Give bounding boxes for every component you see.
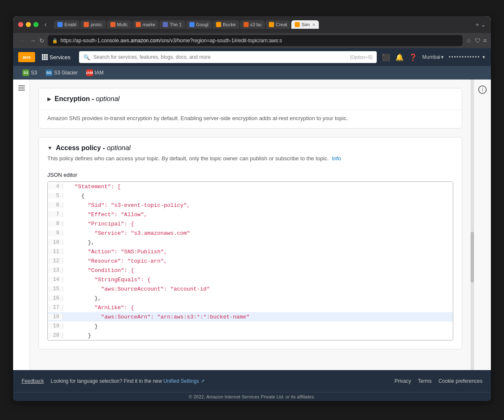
tab-2[interactable]: proto: — [80, 20, 106, 29]
tab-favicon — [163, 22, 168, 27]
unified-settings-link[interactable]: Unified Settings ↗ — [164, 378, 205, 384]
search-shortcut: [Option+S] — [350, 55, 372, 60]
tab-3[interactable]: Multi: — [107, 20, 131, 29]
tab-label: The 1 — [170, 22, 181, 27]
tab-8[interactable]: s3 bu — [240, 20, 265, 29]
address-bar: ← → ↻ 🔒 https://ap-south-1.console.aws.a… — [13, 33, 491, 48]
tab-favicon — [136, 22, 141, 27]
json-line-12: 12 "Resource": "topic-arn", — [48, 256, 453, 266]
terminal-icon[interactable]: ⬛ — [382, 53, 390, 61]
feedback-link[interactable]: Feedback — [22, 378, 44, 384]
scrollbar-thumb[interactable] — [471, 232, 474, 283]
back-button[interactable]: ← — [17, 36, 27, 45]
glacier-favicon: SG — [46, 69, 52, 76]
help-icon[interactable]: ❓ — [409, 53, 417, 61]
forward-button[interactable]: → — [28, 36, 38, 45]
tab-label: Sim — [301, 22, 310, 27]
iam-label: IAM — [95, 70, 104, 76]
json-editor[interactable]: 4 "Statement": [ 5 { 6 "Sid": "s3-event-… — [47, 181, 453, 340]
tab-6[interactable]: Googl — [186, 20, 212, 29]
access-policy-header[interactable]: ▼ Access policy - optional — [39, 137, 462, 155]
json-line-4: 4 "Statement": [ — [48, 182, 453, 191]
grid-icon — [42, 54, 48, 60]
search-input[interactable] — [93, 54, 347, 60]
scrollbar-track[interactable] — [471, 80, 474, 370]
footer: Feedback Looking for language selection?… — [13, 370, 491, 392]
hamburger-icon[interactable] — [18, 85, 25, 91]
tab-close-icon[interactable]: ✕ — [312, 22, 315, 27]
fav-s3-glacier[interactable]: SG S3 Glacier — [41, 66, 82, 80]
maximize-button[interactable] — [33, 22, 38, 27]
aws-logo: aws — [18, 52, 35, 62]
title-bar: ‹ Enabl proto: Multi: marke The 1 — [13, 16, 491, 33]
info-link[interactable]: Info — [332, 155, 341, 162]
privacy-link[interactable]: Privacy — [394, 378, 411, 384]
address-right: 🛡 ≡ — [475, 37, 487, 44]
tab-favicon — [84, 22, 89, 27]
tab-label: Bucke — [223, 22, 236, 27]
close-button[interactable] — [18, 22, 23, 27]
glacier-label: S3 Glacier — [54, 70, 78, 76]
bookmark-button[interactable]: ☆ — [466, 37, 471, 44]
cookie-preferences-link[interactable]: Cookie preferences — [438, 378, 482, 384]
tab-4[interactable]: marke — [132, 20, 159, 29]
s3-favicon: S3 — [22, 69, 29, 76]
access-policy-title: Access policy - optional — [56, 144, 131, 152]
tab-favicon — [110, 22, 115, 27]
terms-link[interactable]: Terms — [418, 378, 432, 384]
tab-list-button[interactable]: ⌄ — [481, 21, 486, 28]
secure-icon: 🔒 — [52, 38, 58, 44]
tab-9[interactable]: Creat — [266, 20, 290, 29]
content-area: ▶ Encryption - optional Amazon SNS provi… — [30, 80, 471, 370]
json-line-11: 11 "Action": "SNS:Publish", — [48, 247, 453, 256]
minimize-button[interactable] — [26, 22, 31, 27]
access-policy-section: ▼ Access policy - optional This policy d… — [38, 137, 462, 349]
shield-icon[interactable]: 🛡 — [475, 37, 481, 44]
region-label: Mumbai — [422, 54, 441, 60]
tab-actions: + ⌄ — [476, 21, 486, 28]
tab-favicon — [189, 22, 194, 27]
services-button[interactable]: Services — [38, 54, 74, 60]
iam-favicon: IAM — [86, 69, 93, 76]
footer-right: Privacy Terms Cookie preferences — [394, 378, 482, 384]
region-selector[interactable]: Mumbai ▾ — [422, 54, 444, 60]
tabs-bar: Enabl proto: Multi: marke The 1 Googl — [54, 20, 470, 29]
tab-7[interactable]: Bucke — [213, 20, 239, 29]
footer-area: Feedback Looking for language selection?… — [13, 370, 491, 401]
url-bar[interactable]: 🔒 https://ap-south-1.console.aws.amazon.… — [48, 35, 463, 46]
encryption-section: ▶ Encryption - optional Amazon SNS provi… — [38, 88, 462, 129]
json-line-9: 9 "Service": "s3.amazonaws.com" — [48, 228, 453, 238]
json-line-18: 18 "aws:SourceArn": "arn:aws:s3:*:*:buck… — [48, 312, 453, 321]
page-info-icon[interactable]: i — [478, 85, 487, 94]
fav-iam[interactable]: IAM IAM — [82, 66, 108, 80]
footer-lang-message: Looking for language selection? Find it … — [51, 378, 205, 384]
tab-label: Creat — [276, 22, 287, 27]
right-panel: i — [474, 80, 491, 370]
traffic-lights — [18, 22, 38, 27]
sidebar-toggle[interactable] — [13, 80, 30, 370]
tab-10-active[interactable]: Sim ✕ — [291, 20, 319, 29]
s3-label: S3 — [31, 70, 37, 76]
tab-5[interactable]: The 1 — [159, 20, 185, 29]
account-label: •••••••••••• — [449, 54, 480, 60]
encryption-section-title: Encryption - optional — [55, 95, 120, 103]
tab-1[interactable]: Enabl — [54, 20, 79, 29]
footer-copyright: © 2022, Amazon Internet Services Private… — [13, 392, 491, 401]
fav-s3[interactable]: S3 S3 — [18, 66, 41, 80]
json-line-8: 8 "Principal": { — [48, 219, 453, 228]
account-menu[interactable]: •••••••••••• ▾ — [449, 54, 486, 60]
footer-left: Feedback Looking for language selection?… — [22, 378, 205, 384]
prev-tab-button[interactable]: ‹ — [42, 20, 49, 29]
new-tab-button[interactable]: + — [476, 21, 479, 28]
menu-button[interactable]: ≡ — [483, 37, 487, 44]
favorites-bar: S3 S3 SG S3 Glacier IAM IAM — [13, 66, 491, 80]
nav-controls: ← → ↻ — [17, 36, 44, 45]
access-policy-desc: This policy defines who can access your … — [39, 155, 462, 167]
reload-button[interactable]: ↻ — [39, 37, 44, 44]
services-label: Services — [49, 54, 71, 60]
bell-icon[interactable]: 🔔 — [395, 53, 404, 61]
encryption-section-header[interactable]: ▶ Encryption - optional — [39, 88, 462, 110]
tab-favicon — [244, 22, 249, 27]
aws-search-bar[interactable]: 🔍 [Option+S] — [79, 51, 377, 63]
json-line-15: 15 "aws:SourceAccount": "account-id" — [48, 284, 453, 294]
